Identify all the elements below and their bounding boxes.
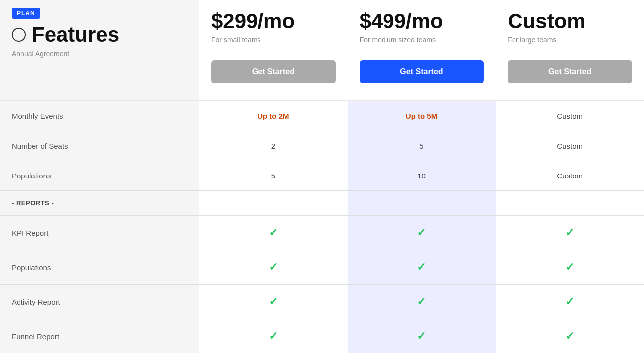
row-populations-report-small: ✓ [199, 250, 348, 284]
row-seats-small: 2 [199, 131, 348, 161]
reports-spacer-medium [348, 190, 496, 215]
row-seats-label: Number of Seats [0, 131, 199, 161]
radio-icon[interactable] [12, 28, 26, 42]
reports-spacer-small [199, 190, 348, 215]
row-activity-label: Activity Report [0, 284, 199, 319]
check-icon: ✓ [565, 330, 574, 343]
reports-section-label: - REPORTS - [0, 190, 199, 215]
annual-label: Annual Agreement [12, 50, 187, 58]
plan-badge: PLAN [12, 8, 40, 19]
plan-medium-price: $499/mo [360, 10, 484, 33]
plan-small-subtitle: For small teams [211, 36, 336, 44]
row-funnel-large: ✓ [496, 319, 644, 353]
row-funnel-small: ✓ [199, 319, 348, 353]
check-icon: ✓ [269, 330, 278, 343]
plan-large-cta[interactable]: Get Started [508, 60, 632, 83]
check-icon: ✓ [565, 295, 574, 308]
check-icon: ✓ [565, 261, 574, 274]
features-header: PLAN Features Annual Agreement [0, 0, 199, 101]
row-activity-large: ✓ [496, 284, 644, 319]
row-monthly-events-medium: Up to 5M [348, 101, 496, 131]
row-seats-large: Custom [496, 131, 644, 161]
row-monthly-events-small: Up to 2M [199, 101, 348, 131]
row-populations-report-large: ✓ [496, 250, 644, 284]
check-icon: ✓ [417, 330, 426, 343]
row-activity-small: ✓ [199, 284, 348, 319]
plan-small-cta[interactable]: Get Started [211, 60, 336, 83]
pricing-table: PLAN Features Annual Agreement $299/mo F… [0, 0, 644, 353]
check-icon: ✓ [269, 295, 278, 308]
plan-small-price: $299/mo [211, 10, 336, 33]
features-title: Features [12, 23, 187, 47]
plan-medium-subtitle: For medium sized teams [360, 36, 484, 44]
plan-large-subtitle: For large teams [508, 36, 632, 44]
row-populations-data-small: 5 [199, 161, 348, 190]
row-populations-report-label: Populations [0, 250, 199, 284]
check-icon: ✓ [269, 226, 278, 239]
row-seats-medium: 5 [348, 131, 496, 161]
plan-medium-header: $499/mo For medium sized teams Get Start… [348, 0, 496, 101]
row-funnel-medium: ✓ [348, 319, 496, 353]
row-kpi-large: ✓ [496, 215, 644, 250]
plan-large-price: Custom [508, 10, 632, 33]
check-icon: ✓ [417, 261, 426, 274]
row-monthly-events-large: Custom [496, 101, 644, 131]
reports-spacer-large [496, 190, 644, 215]
plan-small-header: $299/mo For small teams Get Started [199, 0, 348, 101]
check-icon: ✓ [269, 261, 278, 274]
row-populations-data-large: Custom [496, 161, 644, 190]
row-monthly-events-label: Monthly Events [0, 101, 199, 131]
row-populations-report-medium: ✓ [348, 250, 496, 284]
check-icon: ✓ [417, 295, 426, 308]
row-funnel-label: Funnel Report [0, 319, 199, 353]
check-icon: ✓ [417, 226, 426, 239]
row-kpi-medium: ✓ [348, 215, 496, 250]
plan-large-header: Custom For large teams Get Started [496, 0, 644, 101]
row-populations-data-medium: 10 [348, 161, 496, 190]
row-populations-data-label: Populations [0, 161, 199, 190]
check-icon: ✓ [565, 226, 574, 239]
row-activity-medium: ✓ [348, 284, 496, 319]
plan-medium-cta[interactable]: Get Started [360, 60, 484, 83]
row-kpi-label: KPI Report [0, 215, 199, 250]
row-kpi-small: ✓ [199, 215, 348, 250]
